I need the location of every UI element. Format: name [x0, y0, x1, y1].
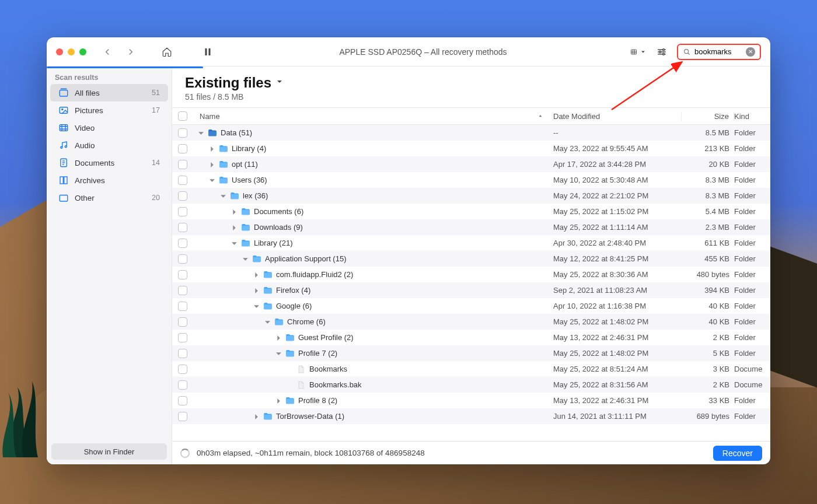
- disclosure-toggle[interactable]: [242, 256, 249, 262]
- table-row[interactable]: Google (6) Apr 10, 2022 at 1:16:38 PM 40…: [172, 298, 770, 314]
- window-title: APPLE SSD AP0256Q – All recovery methods: [223, 47, 623, 57]
- row-kind: Folder: [734, 396, 770, 405]
- video-icon: [58, 123, 69, 133]
- disclosure-toggle[interactable]: [220, 192, 226, 199]
- row-checkbox[interactable]: [178, 144, 187, 153]
- disclosure-toggle[interactable]: [198, 130, 204, 136]
- row-size: 455 KB: [682, 254, 734, 263]
- row-checkbox[interactable]: [178, 254, 187, 264]
- disclosure-toggle[interactable]: [253, 303, 260, 309]
- table-row[interactable]: Library (21) Apr 30, 2022 at 2:48:40 PM …: [172, 235, 770, 251]
- close-window-button[interactable]: [56, 48, 63, 55]
- disclosure-toggle[interactable]: [275, 350, 282, 356]
- row-checkbox[interactable]: [178, 128, 187, 138]
- table-row[interactable]: lex (36) May 24, 2022 at 2:21:02 PM 8.3 …: [172, 188, 770, 204]
- file-icon: [296, 380, 306, 390]
- sidebar-item-documents[interactable]: Documents 14: [50, 154, 168, 172]
- column-size[interactable]: Size: [682, 112, 734, 121]
- table-row[interactable]: Library (4) May 23, 2022 at 9:55:45 AM 2…: [172, 141, 770, 156]
- table-row[interactable]: Data (51) -- 8.5 MB Folder: [172, 125, 770, 141]
- row-name: com.fluidapp.Fluid2 (2): [276, 270, 353, 279]
- row-checkbox[interactable]: [178, 286, 187, 295]
- table-row[interactable]: Bookmarks May 25, 2022 at 8:51:24 AM 3 K…: [172, 361, 770, 377]
- row-checkbox[interactable]: [178, 270, 187, 279]
- table-row[interactable]: Documents (6) May 25, 2022 at 1:15:02 PM…: [172, 204, 770, 219]
- fullscreen-window-button[interactable]: [79, 48, 86, 55]
- select-all-checkbox[interactable]: [178, 111, 187, 121]
- disclosure-toggle[interactable]: [275, 334, 282, 341]
- row-kind: Folder: [734, 270, 770, 279]
- disclosure-toggle[interactable]: [209, 145, 215, 152]
- disclosure-toggle[interactable]: [209, 161, 215, 167]
- disclosure-toggle[interactable]: [231, 224, 238, 230]
- clear-search-button[interactable]: ✕: [746, 47, 755, 57]
- disclosure-toggle[interactable]: [264, 318, 271, 325]
- row-checkbox[interactable]: [178, 160, 187, 169]
- back-button[interactable]: [99, 44, 116, 60]
- row-date: Apr 10, 2022 at 1:16:38 PM: [553, 302, 682, 310]
- disclosure-toggle[interactable]: [231, 208, 238, 215]
- table-row[interactable]: Bookmarks.bak May 25, 2022 at 8:31:56 AM…: [172, 377, 770, 393]
- sidebar-item-archives[interactable]: Archives: [50, 172, 168, 189]
- row-checkbox[interactable]: [178, 349, 187, 358]
- svg-rect-2: [631, 50, 637, 54]
- forward-button[interactable]: [123, 44, 139, 60]
- row-kind: Docume: [734, 380, 770, 389]
- row-checkbox[interactable]: [178, 176, 187, 185]
- title-dropdown[interactable]: [275, 77, 284, 89]
- show-in-finder-button[interactable]: Show in Finder: [51, 443, 167, 460]
- view-mode-button[interactable]: [630, 44, 647, 60]
- row-checkbox[interactable]: [178, 365, 187, 374]
- column-kind[interactable]: Kind: [734, 112, 770, 121]
- minimize-window-button[interactable]: [68, 48, 75, 55]
- table-row[interactable]: Chrome (6) May 25, 2022 at 1:48:02 PM 40…: [172, 314, 770, 330]
- filter-settings-button[interactable]: [654, 44, 670, 60]
- disclosure-toggle[interactable]: [209, 177, 215, 183]
- folder-icon: [240, 206, 251, 217]
- file-icon: [296, 364, 306, 374]
- row-checkbox[interactable]: [178, 317, 187, 327]
- row-checkbox[interactable]: [178, 207, 187, 216]
- row-checkbox[interactable]: [178, 396, 187, 405]
- sidebar-item-pictures[interactable]: Pictures 17: [50, 102, 168, 119]
- table-row[interactable]: TorBrowser-Data (1) Jun 14, 2021 at 3:11…: [172, 408, 770, 424]
- disclosure-toggle[interactable]: [253, 271, 260, 278]
- table-row[interactable]: Downloads (9) May 25, 2022 at 1:11:14 AM…: [172, 219, 770, 235]
- sidebar-item-audio[interactable]: Audio: [50, 136, 168, 154]
- recover-button[interactable]: Recover: [713, 446, 762, 461]
- sidebar-item-other[interactable]: Other 20: [50, 189, 168, 206]
- disclosure-toggle[interactable]: [253, 413, 260, 419]
- home-button[interactable]: [159, 44, 175, 60]
- row-checkbox[interactable]: [178, 302, 187, 311]
- row-checkbox[interactable]: [178, 333, 187, 342]
- table-row[interactable]: Profile 8 (2) May 13, 2022 at 2:46:31 PM…: [172, 393, 770, 408]
- row-checkbox[interactable]: [178, 412, 187, 421]
- folder-icon: [285, 332, 295, 343]
- disclosure-toggle[interactable]: [253, 287, 260, 293]
- other-icon: [58, 192, 69, 203]
- table-row[interactable]: opt (11) Apr 17, 2022 at 3:44:28 PM 20 K…: [172, 156, 770, 172]
- row-checkbox[interactable]: [178, 380, 187, 390]
- row-checkbox[interactable]: [178, 223, 187, 232]
- table-row[interactable]: com.fluidapp.Fluid2 (2) May 25, 2022 at …: [172, 267, 770, 282]
- row-checkbox[interactable]: [178, 239, 187, 248]
- spinner-icon: [180, 449, 190, 458]
- sidebar-item-label: All files: [75, 89, 146, 97]
- table-row[interactable]: Application Support (15) May 12, 2022 at…: [172, 251, 770, 267]
- table-row[interactable]: Users (36) May 10, 2022 at 5:30:48 AM 8.…: [172, 172, 770, 188]
- table-row[interactable]: Firefox (4) Sep 2, 2021 at 11:08:23 AM 3…: [172, 282, 770, 298]
- search-input[interactable]: [694, 47, 742, 56]
- table-row[interactable]: Guest Profile (2) May 13, 2022 at 2:46:3…: [172, 330, 770, 345]
- search-field[interactable]: ✕: [677, 44, 761, 60]
- sidebar-item-video[interactable]: Video: [50, 119, 168, 136]
- sidebar-item-all-files[interactable]: All files 51: [50, 84, 168, 102]
- column-name[interactable]: Name: [198, 112, 553, 121]
- table-row[interactable]: Profile 7 (2) May 25, 2022 at 1:48:02 PM…: [172, 345, 770, 361]
- disclosure-toggle[interactable]: [275, 397, 282, 404]
- row-kind: Folder: [734, 239, 770, 247]
- row-size: 480 bytes: [682, 270, 734, 279]
- column-date[interactable]: Date Modified: [553, 112, 682, 121]
- disclosure-toggle[interactable]: [231, 240, 238, 246]
- row-checkbox[interactable]: [178, 191, 187, 201]
- pause-button[interactable]: [200, 44, 216, 60]
